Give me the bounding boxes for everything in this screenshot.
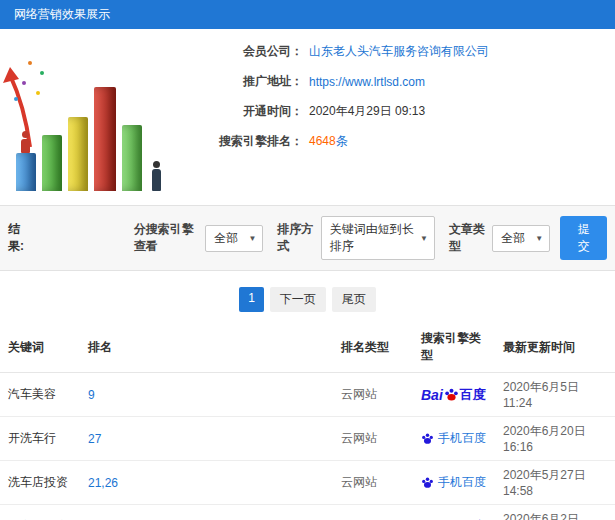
column-header: 关键词 xyxy=(0,322,80,373)
chart-bar xyxy=(68,117,88,191)
confetti-dot xyxy=(40,71,44,75)
baidu-paw-icon xyxy=(421,476,434,489)
confetti-dot xyxy=(28,61,32,65)
engine-cell: Bai百度 xyxy=(413,505,495,520)
open-time-value: 2020年4月29日 09:13 xyxy=(309,103,425,120)
info-row-url: 推广地址： https://www.lrtlsd.com xyxy=(185,73,489,90)
engine-filter-value: 全部 xyxy=(214,231,238,245)
table-row: 洗车店投资21,26云网站手机百度2020年5月27日 14:58 xyxy=(0,461,615,505)
rank-link[interactable]: 9 xyxy=(88,388,95,402)
mobile-baidu-logo: 手机百度 xyxy=(421,430,486,447)
chart-graphic xyxy=(0,37,185,195)
rank-link[interactable]: 27 xyxy=(88,432,101,446)
chart-bar xyxy=(42,135,62,191)
confetti-dot xyxy=(14,97,18,101)
confetti-dot xyxy=(22,81,26,85)
results-section-label: 结果: xyxy=(8,221,30,255)
businessman-figure xyxy=(152,161,161,191)
rank-type-cell: 云网站 xyxy=(333,461,413,505)
page: 网络营销效果展示 会员公司： 山东老人头汽车服务 xyxy=(0,0,615,520)
chart-bar xyxy=(16,153,36,191)
page-number-current[interactable]: 1 xyxy=(239,287,264,312)
rank-cell: 21,26 xyxy=(80,461,333,505)
last-page-button[interactable]: 尾页 xyxy=(332,287,376,312)
rank-type-cell: 云网站 xyxy=(333,417,413,461)
table-row: 汽车美容9云网站Bai百度2020年6月5日 11:24 xyxy=(0,373,615,417)
next-page-button[interactable]: 下一页 xyxy=(270,287,326,312)
type-filter-select[interactable]: 全部 ▼ xyxy=(492,225,550,252)
baidu-paw-icon xyxy=(421,432,434,445)
results-table: 关键词排名排名类型搜索引擎类型最新更新时间 汽车美容9云网站Bai百度2020年… xyxy=(0,322,615,520)
rank-type-cell: 云网站 xyxy=(333,505,413,520)
update-time-cell: 2020年6月5日 11:24 xyxy=(495,373,615,417)
type-filter-label: 文章类型 xyxy=(449,221,486,255)
sort-filter-select[interactable]: 关键词由短到长排序 ▼ xyxy=(321,216,435,260)
rank-count-unit: 条 xyxy=(336,134,348,148)
sort-filter-label: 排序方式 xyxy=(277,221,314,255)
sort-filter-value: 关键词由短到长排序 xyxy=(330,222,414,253)
info-row-open-time: 开通时间： 2020年4月29日 09:13 xyxy=(185,103,489,120)
engine-cell: 手机百度 xyxy=(413,417,495,461)
info-row-rank-count: 搜索引擎排名： 4648条 xyxy=(185,133,489,150)
chart-bar xyxy=(122,125,142,191)
rank-cell: 9 xyxy=(80,373,333,417)
chevron-down-icon: ▼ xyxy=(248,234,256,243)
promo-url-label: 推广地址： xyxy=(185,73,303,90)
baidu-cn-text: 百度 xyxy=(460,386,486,404)
engine-rank-value: 4648条 xyxy=(309,133,348,150)
rank-count-number: 4648 xyxy=(309,134,336,148)
confetti-dot xyxy=(36,91,40,95)
mobile-baidu-text: 手机百度 xyxy=(438,474,486,491)
submit-button[interactable]: 提交 xyxy=(560,216,607,260)
column-header: 最新更新时间 xyxy=(495,322,615,373)
keyword-cell: 开洗车行 xyxy=(0,417,80,461)
table-body: 汽车美容9云网站Bai百度2020年6月5日 11:24开洗车行27云网站手机百… xyxy=(0,373,615,520)
mobile-baidu-logo: 手机百度 xyxy=(421,474,486,491)
rank-link[interactable]: 21,26 xyxy=(88,476,118,490)
engine-filter-label: 分搜索引擎查看 xyxy=(134,221,199,255)
app-header: 网络营销效果展示 xyxy=(0,0,615,29)
company-label: 会员公司： xyxy=(185,43,303,60)
keyword-cell: 汽车美容 xyxy=(0,373,80,417)
rank-cell: 8 xyxy=(80,505,333,520)
rank-cell: 27 xyxy=(80,417,333,461)
filter-bar: 结果: 分搜索引擎查看 全部 ▼ 排序方式 关键词由短到长排序 ▼ 文章类型 全… xyxy=(0,205,615,271)
baidu-latin-text: Bai xyxy=(421,387,443,403)
mobile-baidu-text: 手机百度 xyxy=(438,430,486,447)
type-filter-value: 全部 xyxy=(501,231,525,245)
engine-filter-select[interactable]: 全部 ▼ xyxy=(205,225,263,252)
member-info: 会员公司： 山东老人头汽车服务咨询有限公司 推广地址： https://www.… xyxy=(185,37,489,195)
chevron-down-icon: ▼ xyxy=(535,234,543,243)
update-time-cell: 2020年6月20日 16:16 xyxy=(495,417,615,461)
table-row: 汽车加盟店8云网站Bai百度2020年6月2日 16:12 xyxy=(0,505,615,520)
engine-cell: 手机百度 xyxy=(413,461,495,505)
table-header-row: 关键词排名排名类型搜索引擎类型最新更新时间 xyxy=(0,322,615,373)
page-title: 网络营销效果展示 xyxy=(14,7,110,21)
promo-url-link[interactable]: https://www.lrtlsd.com xyxy=(309,75,425,89)
update-time-cell: 2020年5月27日 14:58 xyxy=(495,461,615,505)
top-section: 会员公司： 山东老人头汽车服务咨询有限公司 推广地址： https://www.… xyxy=(0,29,615,205)
table-row: 开洗车行27云网站手机百度2020年6月20日 16:16 xyxy=(0,417,615,461)
open-time-label: 开通时间： xyxy=(185,103,303,120)
engine-cell: Bai百度 xyxy=(413,373,495,417)
pagination: 1 下一页 尾页 xyxy=(0,271,615,322)
column-header: 搜索引擎类型 xyxy=(413,322,495,373)
chart-bar xyxy=(94,87,116,191)
keyword-cell: 洗车店投资 xyxy=(0,461,80,505)
column-header: 排名类型 xyxy=(333,322,413,373)
column-header: 排名 xyxy=(80,322,333,373)
baidu-paw-icon xyxy=(444,387,459,402)
chevron-down-icon: ▼ xyxy=(420,234,428,243)
rank-type-cell: 云网站 xyxy=(333,373,413,417)
engine-rank-label: 搜索引擎排名： xyxy=(185,133,303,150)
keyword-cell: 汽车加盟店 xyxy=(0,505,80,520)
info-row-company: 会员公司： 山东老人头汽车服务咨询有限公司 xyxy=(185,43,489,60)
company-link[interactable]: 山东老人头汽车服务咨询有限公司 xyxy=(309,43,489,60)
baidu-logo: Bai百度 xyxy=(421,386,486,404)
update-time-cell: 2020年6月2日 16:12 xyxy=(495,505,615,520)
small-person-figure xyxy=(21,131,30,153)
